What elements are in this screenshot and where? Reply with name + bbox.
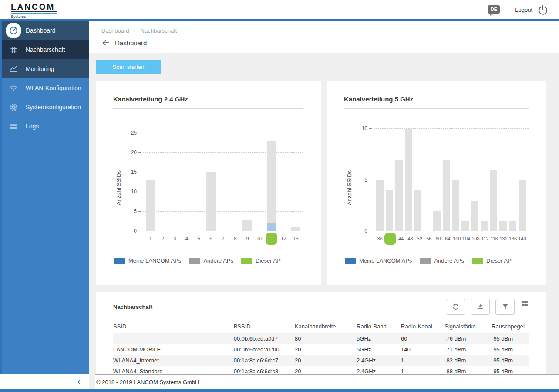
bar-52 [414,190,421,231]
x-axis-tick-label: 7 [222,236,225,242]
bar-segment [376,180,384,232]
legend-label: Meine LANCOM APs [359,257,412,264]
bar-100 [452,180,459,232]
x-axis-tick-label: 60 [436,236,441,241]
legend-swatch [345,258,356,264]
y-axis-tick-label: 10 [125,189,141,195]
bar-segment [386,190,393,231]
legend-item[interactable]: Meine LANCOM APs [114,257,181,264]
x-axis-tick-label: 3 [173,236,176,242]
legend-label: Meine LANCOM APs [128,257,181,264]
x-axis-slot: 52 [415,236,424,241]
line-chart-icon [8,64,19,74]
sidebar-item-systemkonfiguration[interactable]: Systemkonfiguration [2,98,89,117]
logo-subtitle: Systems [11,14,57,19]
table-cell: -76 dBm [445,333,492,345]
footer: © 2018 - 2019 LANCOM Systems GmbH [95,374,559,389]
x-axis-slot: 116 [489,236,498,241]
sidebar-item-wlan-konfiguration[interactable]: WLAN-Konfiguration [2,78,89,98]
legend-label: Dieser AP [486,257,512,264]
bar-60 [433,211,441,231]
bar-slot-100 [451,180,461,232]
x-axis-slot: 44 [396,236,405,241]
filter-button[interactable] [495,299,515,315]
sidebar-item-monitoring[interactable]: Monitoring [2,59,89,78]
table-cell: -95 dBm [492,333,529,345]
grid-hash-icon [8,45,19,54]
legend-item[interactable]: Dieser AP [241,257,281,264]
download-icon [476,302,485,311]
x-axis-tick-label: 116 [490,236,498,241]
bar-slot-108 [470,201,480,232]
x-axis-tick-label: 5 [198,236,201,242]
bar-segment [452,180,459,232]
refresh-button[interactable] [446,299,465,315]
bar-40 [386,190,393,231]
legend-item[interactable]: Dieser AP [472,257,512,264]
y-axis-tick-label: 10 [355,125,372,132]
table-header-row: Nachbarschaft [113,295,529,318]
column-header: Kanalbandbreite [295,321,357,333]
dashboard-body: Scan starten Kanalverteilung 2.4 GHz Anz… [89,53,559,375]
x-axis-slot: 60 [434,236,443,241]
x-axis-slot: 1 [145,236,157,242]
sidebar-item-nachbarschaft[interactable]: Nachbarschaft [2,40,89,59]
chart-body: Anzahl SSIDs 0510152025 123456789101213 [113,129,303,246]
x-axis-tick-label: 136 [509,236,517,241]
sidebar-collapse-button[interactable] [0,374,89,389]
legend-swatch [114,258,125,264]
x-axis-tick-label: 12 [281,236,286,242]
logout-button[interactable]: Logout [515,7,532,13]
table-cell: 00:0b:6b:ed:a1:00 [234,344,295,355]
bar-slot-52 [413,190,423,231]
legend-label: Dieser AP [256,257,281,264]
breadcrumb-nachbarschaft[interactable]: Nachbarschaft [141,27,177,34]
bars-row [374,129,529,231]
list-lines-icon [8,122,19,131]
sidebar-item-label: Nachbarschaft [26,46,65,53]
bar-slot-36 [375,180,385,232]
bar-slot-116 [489,170,498,231]
breadcrumb: Dashboard › Nachbarschaft [101,27,559,34]
layout-grid-toggle[interactable] [521,300,529,307]
bar-108 [471,201,478,232]
bar-slot-48 [404,129,413,231]
power-icon[interactable] [537,4,549,16]
page-title: Dashboard [115,39,147,47]
table-row: 00:0b:6b:ed:a0:f7805GHz60-76 dBm-95 dBm [113,333,529,345]
column-header: SSID [113,321,234,333]
bar-segment [509,221,516,232]
x-axis-tick-label: 48 [407,236,413,241]
table-cell: -88 dBm [445,366,492,375]
table-cell: 2.4GHz [357,355,401,366]
table-cell: 1 [401,366,445,375]
header-divider [508,4,508,17]
y-axis-label: Anzahl SSIDs [346,170,353,205]
breadcrumb-zone: Dashboard › Nachbarschaft Dashboard [89,21,559,53]
table-cell: LANCOM-MOBILE [113,344,234,355]
sidebar-item-logs[interactable]: Logs [2,117,89,136]
table-row: WLANA4_Internet00:1a:8c:c6:6d:c7202.4GHz… [113,355,529,366]
back-arrow-icon[interactable] [101,38,110,47]
table-cell: WLANA4_Standard [113,366,234,375]
lancom-logo[interactable]: LANCOM Systems [11,3,57,19]
table-toolbar [440,299,529,315]
legend-item[interactable]: Andere APs [189,257,233,264]
column-header: Signalstärke [445,321,492,333]
sidebar-item-dashboard[interactable]: Dashboard [2,21,89,40]
breadcrumb-dashboard[interactable]: Dashboard [101,27,129,34]
language-badge[interactable]: DE [488,5,500,14]
bar-segment [471,201,478,232]
download-button[interactable] [471,299,490,315]
chart-card-5ghz: Kanalverteilung 5 GHz Anzahl SSIDs 0510 … [327,81,546,285]
bar-116 [490,170,497,231]
legend-item[interactable]: Meine LANCOM APs [345,257,412,264]
legend-item[interactable]: Andere APs [420,257,464,264]
y-axis-tick-label: 15 [125,169,141,175]
grid-squares-icon [521,300,529,307]
filter-funnel-icon [501,303,509,311]
scan-start-button[interactable]: Scan starten [96,60,161,74]
bar-112 [481,221,488,232]
x-axis-slot: 100 [452,236,461,241]
table-cell: 20 [295,344,357,355]
